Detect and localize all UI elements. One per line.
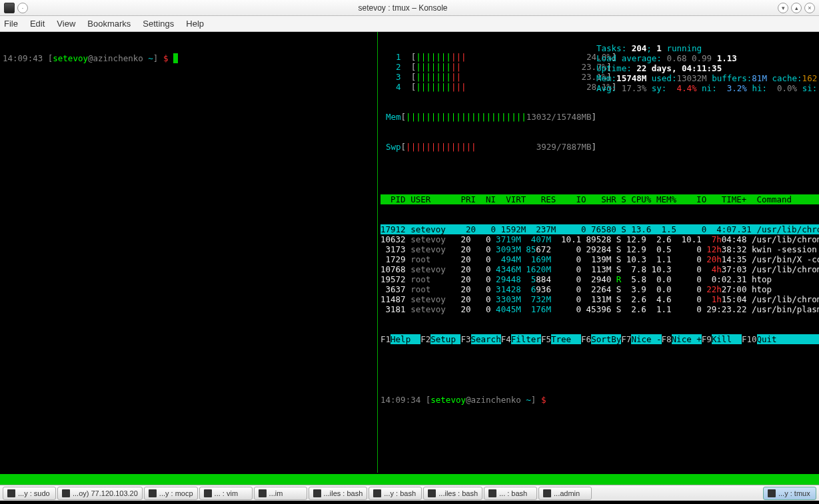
process-row[interactable]: 3637 root 20 0 31428 6936 0 2264 S 3.9 0… bbox=[381, 284, 819, 294]
maximize-button[interactable]: ▴ bbox=[791, 3, 802, 13]
taskbar-item[interactable]: ...iles : bash bbox=[309, 487, 368, 500]
minimize-button[interactable]: ▾ bbox=[778, 3, 788, 13]
process-row[interactable]: 17912 setevoy 20 0 1592M 237M 0 76580 S … bbox=[381, 224, 819, 234]
menu-view[interactable]: View bbox=[57, 19, 75, 29]
taskbar-item[interactable]: ...im bbox=[254, 487, 307, 500]
taskbar-item[interactable]: ...y : sudo bbox=[3, 487, 56, 500]
menu-file[interactable]: File bbox=[4, 19, 18, 29]
menu-help[interactable]: Help bbox=[186, 19, 204, 29]
process-row[interactable]: 3181 setevoy 20 0 4045M 176M 0 45396 S 2… bbox=[381, 304, 819, 314]
terminal-icon bbox=[259, 489, 267, 497]
htop-mem-meter: Mem[||||||||||||||||||||||||13032/15748M… bbox=[381, 112, 819, 122]
prompt-time: 14:09:43 bbox=[3, 53, 43, 63]
taskbar-item[interactable]: ...admin bbox=[538, 487, 592, 500]
htop-summary: Tasks: 204; 1 running Load average: 0.68… bbox=[596, 33, 817, 93]
taskbar-item[interactable]: ...y : mocp bbox=[144, 487, 198, 500]
taskbar-item[interactable]: ...iles : bash bbox=[423, 487, 482, 500]
process-row[interactable]: 10632 setevoy 20 0 3719M 407M 10.1 89528… bbox=[381, 234, 819, 244]
prompt-user: setevoy bbox=[53, 53, 88, 63]
process-row[interactable]: 1729 root 20 0 494M 169M 0 139M S 10.3 1… bbox=[381, 254, 819, 264]
terminal-icon bbox=[149, 489, 157, 497]
menubar: FileEditViewBookmarksSettingsHelp bbox=[0, 16, 819, 32]
terminal[interactable]: 14:09:43 [setevoy@azinchenko ~] $ 1 [|||… bbox=[0, 32, 819, 485]
process-row[interactable]: 10768 setevoy 20 0 4346M 1620M 0 113M S … bbox=[381, 264, 819, 274]
terminal-icon bbox=[768, 489, 776, 497]
terminal-icon bbox=[7, 489, 15, 497]
terminal-icon bbox=[428, 489, 436, 497]
terminal-icon bbox=[543, 489, 551, 497]
terminal-icon bbox=[373, 489, 381, 497]
taskbar-item[interactable]: ... : vim bbox=[199, 487, 253, 500]
terminal-icon bbox=[204, 489, 212, 497]
prompt-path: ~ bbox=[148, 53, 153, 63]
terminal-icon bbox=[313, 489, 321, 497]
menu-button[interactable]: · bbox=[17, 3, 28, 13]
htop-fnkeys[interactable]: F1Help F2Setup F3SearchF4FilterF5Tree F6… bbox=[381, 334, 819, 344]
htop-header: PID USER PRI NI VIRT RES IO SHR S CPU% M… bbox=[381, 194, 819, 204]
prompt-host: azinchenko bbox=[93, 53, 143, 63]
tmux-pane-left[interactable]: 14:09:43 [setevoy@azinchenko ~] $ bbox=[0, 32, 377, 473]
process-row[interactable]: 19572 root 20 0 29448 5884 0 2940 R 5.8 … bbox=[381, 274, 819, 284]
window-titlebar: · setevoy : tmux – Konsole ▾ ▴ × bbox=[0, 0, 819, 16]
terminal-icon bbox=[488, 489, 496, 497]
tmux-pane-right[interactable]: 1 [|||||||||| 24.0%] 2 [||||||||| 23.7%]… bbox=[377, 32, 819, 473]
menu-bookmarks[interactable]: Bookmarks bbox=[87, 19, 131, 29]
taskbar-item[interactable]: ...y : tmux bbox=[763, 487, 816, 500]
menu-settings[interactable]: Settings bbox=[143, 19, 174, 29]
taskbar-item[interactable]: ...oy) 77.120.103.20 bbox=[57, 487, 143, 500]
taskbar: ...y : sudo...oy) 77.120.103.20...y : mo… bbox=[0, 485, 819, 501]
htop-processes[interactable]: 17912 setevoy 20 0 1592M 237M 0 76580 S … bbox=[381, 224, 819, 314]
prompt-time-right: 14:09:34 bbox=[381, 395, 420, 405]
tmux-statusbar: [0] 0:bash* "azinchenko" 14:09 25-Nov-16 bbox=[0, 474, 819, 485]
terminal-icon bbox=[62, 489, 70, 497]
window-title: setevoy : tmux – Konsole bbox=[32, 3, 774, 13]
app-icon bbox=[4, 3, 15, 13]
process-row[interactable]: 3173 setevoy 20 0 3093M 85672 0 29284 S … bbox=[381, 244, 819, 254]
htop-swp-meter: Swp[|||||||||||||| 3929/7887MB] bbox=[381, 142, 819, 152]
menu-edit[interactable]: Edit bbox=[30, 19, 45, 29]
process-row[interactable]: 11487 setevoy 20 0 3303M 732M 0 131M S 2… bbox=[381, 294, 819, 304]
taskbar-item[interactable]: ... : bash bbox=[484, 487, 537, 500]
taskbar-item[interactable]: ...y : bash bbox=[369, 487, 422, 500]
close-button[interactable]: × bbox=[804, 3, 815, 13]
